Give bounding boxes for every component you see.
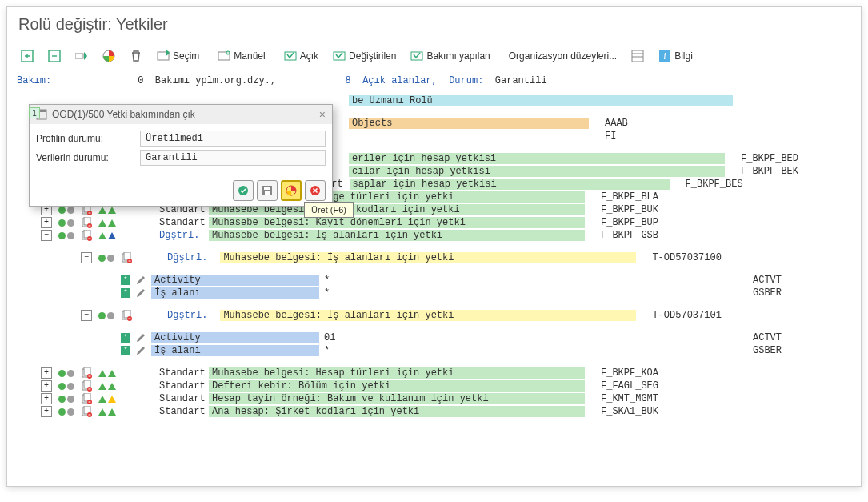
field-value[interactable]: * xyxy=(321,345,737,356)
dialog-title: OGD(1)/500 Yetki bakımından çık xyxy=(52,109,195,120)
copy-icon xyxy=(81,380,92,392)
copy-icon[interactable] xyxy=(121,252,132,263)
auth-instance-row[interactable]: − Dğştrl. Muhasebe belgesi: İş alanları … xyxy=(81,251,861,264)
field-value[interactable]: 01 xyxy=(321,332,737,343)
field-label: İş alanı xyxy=(151,345,319,356)
copy-icon xyxy=(81,367,92,379)
page-title: Rolü değiştir: Yetkiler xyxy=(7,7,861,42)
collapse-node-button[interactable] xyxy=(42,46,66,66)
traffic-light-icon[interactable] xyxy=(97,46,121,66)
edit-icon[interactable] xyxy=(135,287,146,299)
field-label: İş alanı xyxy=(151,287,319,299)
auth-object-row[interactable]: − Dğştrl. Muhasebe belgesi: İş alanları … xyxy=(41,229,861,242)
selection-button[interactable]: Seçim xyxy=(151,46,205,66)
svg-rect-51 xyxy=(265,191,270,195)
save-button[interactable] xyxy=(257,180,278,201)
close-icon[interactable]: × xyxy=(319,108,326,121)
data-status-value: Garantili xyxy=(140,150,326,166)
profile-status-value: Üretilmedi xyxy=(140,131,326,147)
auth-instance-row[interactable]: − Dğştrl. Muhasebe belgesi: İş alanları … xyxy=(81,309,861,322)
data-status-label: Verilerin durumu: xyxy=(36,152,140,163)
auth-field-row[interactable]: * İş alanı * GSBER xyxy=(121,287,861,299)
expand-icon[interactable]: + xyxy=(41,406,52,417)
expand-icon[interactable]: + xyxy=(41,217,52,228)
copy-icon xyxy=(81,217,92,228)
edit-icon[interactable] xyxy=(135,332,146,343)
auth-field-row[interactable]: * Activity * ACTVT xyxy=(121,274,861,287)
auth-object-row[interactable]: + Standart Hesap tayin örneği: Bakım ve … xyxy=(41,392,861,405)
auth-object-row[interactable]: + Standart Defteri kebir: Bölüm için yet… xyxy=(41,380,861,392)
org-levels-button[interactable]: Organizasyon düzeyleri... xyxy=(503,46,622,66)
info-button[interactable]: iBilgi xyxy=(653,46,698,66)
main-toolbar: Seçim Manüel Açık Değiştirilen Bakımı ya… xyxy=(7,42,861,70)
expand-icon[interactable]: − xyxy=(41,230,52,241)
auth-field-row[interactable]: * Activity 01 ACTVT xyxy=(121,331,861,344)
expand-icon[interactable]: + xyxy=(41,380,52,392)
svg-rect-2 xyxy=(75,54,83,58)
collapse-icon[interactable]: − xyxy=(81,252,92,263)
auth-field-row[interactable]: * İş alanı * GSBER xyxy=(121,344,861,357)
insert-button[interactable] xyxy=(70,46,94,66)
auth-object-row[interactable]: + Standart Ana hesap: Şirket kodları içi… xyxy=(41,405,861,418)
delete-button[interactable] xyxy=(124,46,148,66)
field-value[interactable]: * xyxy=(321,275,737,286)
open-filter-button[interactable]: Açık xyxy=(278,46,324,66)
accept-button[interactable] xyxy=(233,180,254,201)
step-marker: 1 xyxy=(29,107,40,118)
svg-rect-11 xyxy=(632,50,643,62)
cancel-button[interactable] xyxy=(305,180,326,201)
expand-icon[interactable]: + xyxy=(41,393,52,404)
changed-filter-button[interactable]: Değiştirilen xyxy=(327,46,402,66)
svg-rect-50 xyxy=(264,187,270,190)
edit-icon[interactable] xyxy=(135,345,146,356)
status-line: Bakım: 0 Bakımı yplm.org.dzy., 8 Açık al… xyxy=(7,70,861,91)
copy-icon xyxy=(81,230,92,241)
field-label: Activity xyxy=(151,332,319,343)
field-value[interactable]: * xyxy=(321,287,737,299)
layout-button[interactable] xyxy=(626,46,650,66)
exit-dialog: OGD(1)/500 Yetki bakımından çık × Profil… xyxy=(29,104,333,207)
generate-button[interactable] xyxy=(281,180,302,201)
auth-object-row[interactable]: + Standart Muhasebe belgesi: Hesap türle… xyxy=(41,367,861,380)
maintained-filter-button[interactable]: Bakımı yapılan xyxy=(405,46,495,66)
copy-icon[interactable] xyxy=(121,310,132,321)
auth-object-row[interactable]: + Standart Muhasebe belgesi: Kayıt dönem… xyxy=(41,216,861,229)
manual-button[interactable]: Manüel xyxy=(212,46,270,66)
expand-node-button[interactable] xyxy=(15,46,39,66)
edit-icon[interactable] xyxy=(135,275,146,286)
field-label: Activity xyxy=(151,275,319,286)
copy-icon xyxy=(81,393,92,404)
svg-text:i: i xyxy=(664,50,666,62)
profile-status-label: Profilin durumu: xyxy=(36,133,140,144)
tooltip: Üret (F6) xyxy=(304,202,354,218)
collapse-icon[interactable]: − xyxy=(81,310,92,321)
svg-point-5 xyxy=(166,51,169,54)
copy-icon xyxy=(81,406,92,417)
expand-icon[interactable]: + xyxy=(41,367,52,379)
